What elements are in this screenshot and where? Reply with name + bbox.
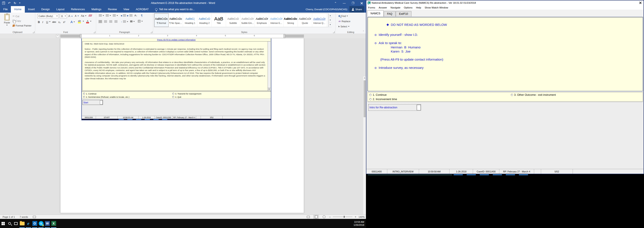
copy-button[interactable]: Copy (12, 19, 21, 22)
grow-font-button[interactable]: A▲ (68, 14, 73, 18)
radio-icon[interactable] (370, 94, 372, 96)
print-layout-button[interactable] (313, 215, 319, 219)
ribbon-display-options-button[interactable]: ⌃ (331, 0, 340, 6)
bullets-button[interactable] (99, 14, 104, 17)
zoom-slider-thumb[interactable] (344, 216, 345, 218)
style-intense-quote[interactable]: AaBbCcDtIntense Q... (312, 13, 326, 27)
clear-formatting-button[interactable] (89, 14, 92, 16)
internet-explorer-button[interactable]: e (25, 219, 32, 228)
task-view-button[interactable] (12, 219, 19, 228)
styles-gallery-scroll[interactable]: ▲ ▼ ▼ (328, 13, 332, 27)
indent-marker-left[interactable] (80, 34, 82, 38)
underline-button[interactable]: U (46, 20, 48, 24)
proofing-icon[interactable] (33, 216, 36, 218)
sort-button[interactable]: A↓ (134, 14, 137, 17)
menu-options[interactable]: Options (402, 6, 414, 9)
search-button[interactable] (6, 219, 12, 228)
share-button[interactable]: Share (350, 6, 364, 12)
borders-button[interactable] (138, 20, 143, 23)
radio-icon[interactable] (511, 94, 513, 96)
style-heading2[interactable]: AaBbCcDHeading 2 (197, 13, 212, 27)
intro-field[interactable]: Intro for Re-abstraction (368, 104, 421, 111)
word-taskbar-button[interactable]: W (44, 219, 50, 228)
tab-review[interactable]: Review (105, 6, 120, 12)
taskbar-clock[interactable]: 10:59 AM 1/26/2018 (354, 219, 364, 228)
align-left-button[interactable] (98, 20, 102, 23)
style-emphasis[interactable]: AaBbCcDtEmphasis (255, 13, 269, 27)
web-layout-button[interactable] (321, 215, 327, 219)
cut-button[interactable]: ✂ Cut (12, 15, 19, 18)
skype-button[interactable]: S (38, 219, 44, 228)
menu-answer[interactable]: Answer (377, 6, 389, 9)
intro-field-input[interactable] (417, 105, 421, 110)
tab-references[interactable]: References (68, 6, 88, 12)
align-center-button[interactable] (104, 20, 107, 23)
show-hide-pilcrow-button[interactable]: ¶ (141, 14, 142, 17)
start-button[interactable] (0, 219, 6, 228)
tab-mailings[interactable]: Mailings (88, 6, 105, 12)
font-color-button[interactable]: A (86, 20, 89, 23)
style-heading1[interactable]: AaBbC(Heading 1 (183, 13, 197, 27)
indent-marker-right[interactable] (284, 34, 285, 38)
zoom-slider[interactable] (333, 217, 352, 217)
font-dialog-launcher[interactable] (94, 31, 95, 33)
menu-help[interactable]: Help (414, 6, 423, 9)
word-vertical-scrollbar[interactable]: ▲ ▼ (363, 76, 366, 215)
replace-button[interactable]: abReplace (338, 20, 350, 23)
read-mode-button[interactable] (306, 215, 311, 219)
option-inconvenient-time[interactable]: 2. Inconvenient time (370, 98, 397, 101)
zoom-out-button[interactable]: − (329, 215, 331, 219)
justify-button[interactable] (114, 20, 118, 23)
multilevel-list-button[interactable] (113, 14, 118, 17)
file-explorer-button[interactable] (19, 219, 25, 228)
style-title[interactable]: AaBTitle (212, 13, 226, 27)
line-spacing-button[interactable]: ↕ (121, 20, 128, 23)
styles-scroll-up-icon[interactable]: ▲ (329, 13, 332, 18)
style-intense-emphasis[interactable]: AaBbCcDtIntense E... (269, 13, 284, 27)
survey-close-button[interactable] (638, 1, 642, 4)
tab-file[interactable]: File (0, 6, 11, 12)
menu-show-watch-window[interactable]: Show Watch Window (423, 6, 450, 9)
menu-forms[interactable]: Forms (366, 6, 377, 9)
zoom-level[interactable]: 140% (358, 216, 365, 218)
restore-button[interactable]: ❐ (348, 0, 357, 6)
tab-design[interactable]: Design (38, 6, 53, 12)
document-page[interactable]: Press Alt-F9 to update contact informati… (60, 38, 304, 213)
excel-taskbar-button[interactable]: X (50, 219, 57, 228)
align-right-button[interactable] (109, 20, 112, 23)
menu-navigate[interactable]: Navigate (389, 6, 402, 9)
style-quote[interactable]: AaBbCcDtQuote (298, 13, 312, 27)
page-count[interactable]: Page 1 of 1 (2, 216, 15, 218)
shrink-font-button[interactable]: A▼ (75, 14, 79, 17)
tab-insert[interactable]: Insert (25, 6, 38, 12)
word-count[interactable]: 7 words (20, 216, 28, 218)
superscript-button[interactable]: x² (63, 21, 65, 24)
tab-acrobat[interactable]: ACROBAT (132, 6, 152, 12)
close-button[interactable] (357, 0, 366, 6)
styles-scroll-down-icon[interactable]: ▼ (329, 18, 332, 22)
italic-button[interactable]: I (42, 20, 43, 24)
document-canvas[interactable]: Press Alt-F9 to update contact informati… (0, 38, 366, 215)
clipboard-dialog-launcher[interactable] (33, 31, 34, 33)
underline-dropdown[interactable] (49, 21, 50, 22)
tell-me-box[interactable]: Tell me what you want to do... (152, 6, 198, 12)
tab-ext-f10[interactable]: Ext/F10 (396, 11, 411, 16)
font-color-dropdown[interactable] (90, 21, 92, 22)
font-name-combo[interactable]: Calibri (Body) (38, 14, 59, 18)
scrollbar-thumb[interactable] (364, 80, 366, 117)
font-size-combo[interactable]: 11 (60, 14, 67, 18)
tab-view[interactable]: View (120, 6, 132, 12)
bold-button[interactable]: B (38, 20, 40, 24)
styles-dialog-launcher[interactable] (333, 31, 334, 33)
style-normal[interactable]: AaBbCcDc¶ Normal (154, 13, 168, 27)
option-other-outcome[interactable]: 3. Other Outcome - exit instrument (511, 93, 556, 96)
zoom-in-button[interactable]: + (355, 215, 356, 219)
option-continue[interactable]: 1. Continue (370, 93, 386, 96)
styles-more-icon[interactable]: ▼ (329, 23, 332, 27)
strikethrough-button[interactable]: abc (52, 21, 56, 23)
text-effects-button[interactable]: A (70, 20, 75, 24)
horizontal-ruler[interactable]: ⌐ 1 2 3 4 5 6 (0, 34, 366, 38)
select-button[interactable]: Select (338, 25, 350, 28)
tab-stop-selector[interactable]: ⌐ (56, 34, 59, 38)
decrease-indent-button[interactable]: ◀ (120, 14, 126, 17)
